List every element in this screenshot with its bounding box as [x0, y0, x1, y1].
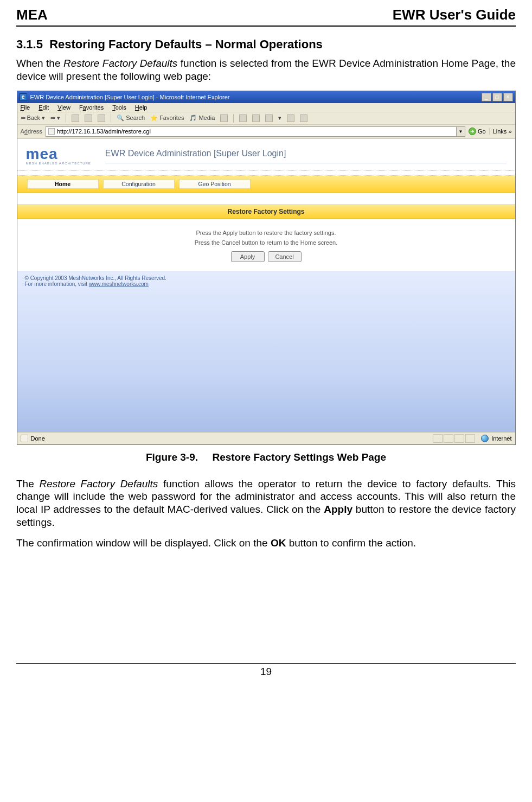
menu-view[interactable]: View	[57, 104, 70, 111]
address-input[interactable]: http://172.16.1.53/admin/restore.cgi	[46, 126, 457, 137]
address-dropdown[interactable]: ▼	[457, 126, 465, 137]
discuss-icon[interactable]	[287, 114, 294, 122]
copyright-link[interactable]: www.meshnetworks.com	[89, 281, 149, 287]
status-cell	[433, 434, 443, 443]
intro-paragraph: When the Restore Factory Defaults functi…	[16, 57, 516, 83]
menu-edit[interactable]: Edit	[39, 104, 49, 111]
edit-icon[interactable]	[265, 114, 273, 122]
panel-body: Press the Apply button to restore the fa…	[17, 219, 515, 271]
para1-bold: Apply	[324, 504, 352, 515]
status-cell	[444, 434, 453, 443]
address-url: http://172.16.1.53/admin/restore.cgi	[57, 128, 151, 135]
mail-icon[interactable]	[239, 114, 247, 122]
page-content: mea MESH ENABLED ARCHITECTURE EWR Device…	[17, 139, 515, 432]
menu-file[interactable]: File	[21, 104, 30, 111]
print-icon[interactable]	[252, 114, 260, 122]
stop-icon[interactable]	[72, 114, 79, 122]
para1-italic: Restore Factory Defaults	[39, 478, 158, 489]
messenger-icon[interactable]	[300, 114, 307, 122]
tab-bar: Home Configuration Geo Position	[17, 176, 515, 193]
status-page-icon	[21, 435, 28, 442]
figure-title: Restore Factory Settings Web Page	[212, 451, 386, 463]
panel-heading: Restore Factory Settings	[17, 205, 515, 219]
status-zone: Internet	[491, 435, 511, 442]
menu-tools[interactable]: Tools	[112, 104, 126, 111]
page-header: MEA EWR User's Guide	[16, 7, 516, 27]
panel-line1: Press the Apply button to restore the fa…	[23, 230, 510, 236]
copyright-block: © Copyright 2003 MeshNetworks Inc., All …	[17, 271, 515, 287]
page-number: 19	[16, 663, 516, 678]
paragraph-1: The Restore Factory Defaults function al…	[16, 478, 516, 529]
apply-button[interactable]: Apply	[231, 251, 265, 262]
home-icon[interactable]	[98, 114, 105, 122]
browser-window: e EWR Device Administration [Super User …	[17, 91, 516, 445]
toolbar-divider	[233, 114, 234, 123]
menu-help[interactable]: Help	[135, 104, 148, 111]
history-icon[interactable]	[220, 114, 228, 122]
window-title: EWR Device Administration [Super User Lo…	[30, 94, 482, 100]
status-cell	[454, 434, 464, 443]
page-icon	[48, 128, 55, 135]
spacer	[17, 193, 515, 205]
figure-caption: Figure 3-9. Restore Factory Settings Web…	[16, 451, 516, 463]
logo-text: mea	[26, 147, 91, 161]
divider-dots	[17, 170, 515, 176]
links-button[interactable]: Links »	[489, 128, 512, 135]
ie-icon: e	[20, 93, 27, 101]
copyright-line1: © Copyright 2003 MeshNetworks Inc., All …	[25, 275, 508, 281]
para2-bold: OK	[271, 537, 286, 549]
toolbar: ⬅ Back ▾ ➡ ▾ 🔍 Search ⭐ Favorites 🎵 Medi…	[17, 112, 515, 125]
go-icon: ➜	[469, 128, 476, 135]
favorites-button[interactable]: ⭐ Favorites	[150, 114, 184, 122]
admin-page-title: EWR Device Administration [Super User Lo…	[105, 149, 507, 163]
back-button[interactable]: ⬅ Back ▾	[21, 114, 46, 122]
page-header-band: mea MESH ENABLED ARCHITECTURE EWR Device…	[17, 139, 515, 171]
close-button[interactable]: ×	[503, 93, 513, 101]
content-blank	[17, 287, 515, 428]
window-titlebar: e EWR Device Administration [Super User …	[17, 91, 515, 103]
intro-italic: Restore Factory Defaults	[63, 58, 177, 69]
status-cell	[465, 434, 475, 443]
tab-geo-position[interactable]: Geo Position	[179, 179, 251, 189]
header-left: MEA	[16, 7, 48, 23]
menu-bar: File Edit View Favorites Tools Help	[17, 103, 515, 112]
search-button[interactable]: 🔍 Search	[117, 114, 145, 122]
minimize-button[interactable]: _	[482, 93, 491, 101]
address-bar: Address http://172.16.1.53/admin/restore…	[17, 125, 515, 139]
forward-button[interactable]: ➡ ▾	[50, 114, 60, 122]
extra-dropdown[interactable]: ▾	[278, 114, 281, 122]
panel-line2: Press the Cancel button to return to the…	[23, 239, 510, 246]
status-bar: Done Internet	[17, 432, 515, 444]
section-number: 3.1.5	[16, 37, 43, 51]
address-label: Address	[21, 128, 42, 135]
toolbar-divider	[111, 114, 111, 123]
cancel-button[interactable]: Cancel	[268, 251, 302, 262]
screenshot-figure: e EWR Device Administration [Super User …	[16, 91, 516, 463]
menu-favorites[interactable]: Favorites	[79, 104, 104, 111]
paragraph-2: The confirmation window will be displaye…	[16, 537, 516, 550]
status-done: Done	[31, 435, 45, 442]
internet-icon	[481, 435, 489, 442]
tab-home[interactable]: Home	[27, 179, 99, 189]
refresh-icon[interactable]	[85, 114, 92, 122]
copyright-line2-pre: For more information, visit	[25, 281, 89, 287]
section-title: Restoring Factory Defaults – Normal Oper…	[49, 37, 323, 51]
tab-configuration[interactable]: Configuration	[103, 179, 175, 189]
section-heading: 3.1.5 Restoring Factory Defaults – Norma…	[16, 37, 516, 52]
logo-sub: MESH ENABLED ARCHITECTURE	[26, 162, 91, 165]
media-button[interactable]: 🎵 Media	[189, 114, 215, 122]
mea-logo: mea MESH ENABLED ARCHITECTURE	[26, 147, 91, 166]
figure-number: Figure 3-9.	[146, 451, 198, 463]
toolbar-divider	[66, 114, 66, 123]
maximize-button[interactable]: □	[492, 93, 502, 101]
header-right: EWR User's Guide	[393, 7, 516, 23]
go-button[interactable]: ➜Go	[469, 128, 486, 135]
